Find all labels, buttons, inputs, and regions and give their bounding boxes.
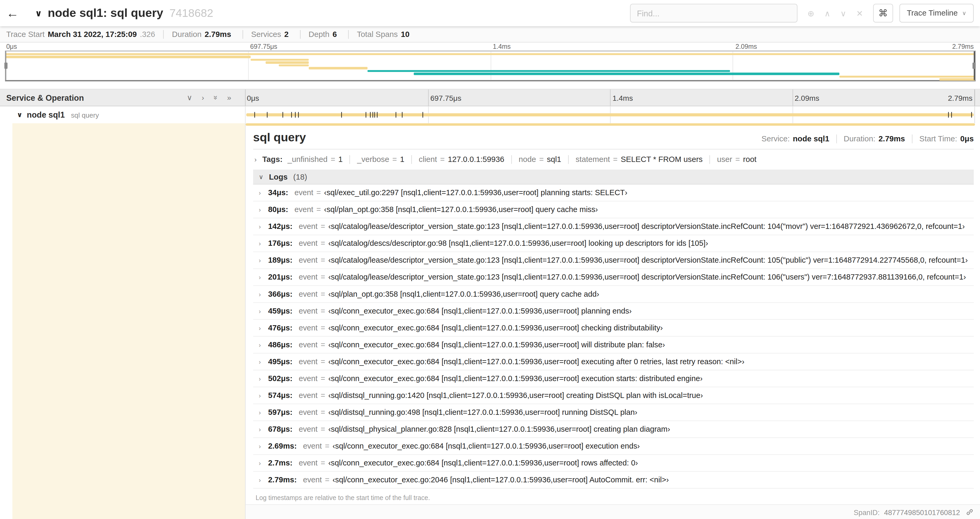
chevron-down-icon[interactable]: ∨ [259, 173, 263, 180]
log-event-tick [267, 112, 267, 118]
chevron-right-icon[interactable]: › [259, 443, 268, 450]
log-field-value: ‹sql/conn_executor_exec.go:684 [nsql1,cl… [328, 357, 745, 366]
chevron-down-icon[interactable]: ∨ [17, 111, 22, 119]
chevron-right-icon[interactable]: › [259, 206, 268, 213]
link-icon[interactable] [966, 508, 974, 516]
circle-plus-icon[interactable]: ⊕ [807, 8, 814, 18]
expand-all-icon[interactable]: » [227, 93, 231, 102]
log-row[interactable]: › 201μs: event = ‹sql/catalog/lease/desc… [253, 269, 974, 286]
tick-label: 2.09ms [735, 43, 757, 50]
summary-label: Trace Start [6, 30, 45, 38]
chevron-up-icon[interactable]: ∧ [824, 8, 830, 18]
collapse-one-icon[interactable]: ∨ [187, 93, 192, 102]
span-duration-bar[interactable] [246, 113, 974, 116]
trace-page: ← ∨ node sql1: sql query 7418682 ⊕ ∧ ∨ ✕… [0, 0, 980, 519]
minimap-span [939, 78, 975, 81]
tick-label: 1.4ms [493, 43, 511, 50]
view-dropdown-button[interactable]: Trace Timeline ∨ [899, 4, 974, 22]
chevron-right-icon[interactable]: › [259, 223, 268, 230]
chevron-right-icon[interactable]: › [259, 257, 268, 264]
log-row[interactable]: › 34μs: event = ‹sql/exec_util.go:2297 [… [253, 185, 974, 201]
log-field-key: event [299, 222, 317, 231]
log-event-tick [401, 112, 402, 118]
chevron-right-icon[interactable]: › [259, 189, 268, 196]
chevron-right-icon[interactable]: › [259, 476, 268, 484]
tags-list: _unfinished = 1 _verbose = 1 [288, 155, 757, 164]
chevron-right-icon[interactable]: › [255, 156, 257, 163]
log-row[interactable]: › 176μs: event = ‹sql/catalog/descs/desc… [253, 235, 974, 252]
chevron-right-icon[interactable]: › [259, 308, 268, 315]
log-timestamp: 2.69ms: [268, 442, 297, 450]
log-field-value: ‹sql/conn_executor_exec.go:684 [nsql1,cl… [328, 324, 663, 332]
logs-header[interactable]: ∨ Logs (18) [253, 169, 974, 185]
chevron-right-icon[interactable]: › [259, 274, 268, 281]
chevron-right-icon[interactable]: › [259, 460, 268, 466]
log-timestamp: 2.7ms: [268, 458, 293, 467]
log-row[interactable]: › 574μs: event = ‹sql/distsql_running.go… [253, 387, 974, 404]
log-row[interactable]: › 486μs: event = ‹sql/conn_executor_exec… [253, 337, 974, 353]
chevron-right-icon[interactable]: › [259, 291, 268, 297]
minimap-drag-handle-right[interactable] [974, 51, 975, 80]
log-row[interactable]: › 2.69ms: event = ‹sql/conn_executor_exe… [253, 438, 974, 455]
summary-label: Services [251, 30, 281, 38]
tag-key: client [419, 155, 437, 164]
back-button[interactable]: ← [6, 6, 25, 21]
minimap-span [309, 67, 367, 69]
tag-equals: = [331, 155, 335, 164]
log-equals: = [325, 476, 329, 484]
page-title: node sql1: sql query 7418682 [48, 6, 213, 20]
meta-label: Start Time: [920, 134, 957, 143]
keyboard-shortcuts-button[interactable]: ⌘ [873, 4, 893, 22]
log-row[interactable]: › 597μs: event = ‹sql/distsql_running.go… [253, 404, 974, 421]
trace-collapse-chevron-icon[interactable]: ∨ [35, 8, 42, 18]
log-row[interactable]: › 189μs: event = ‹sql/catalog/lease/desc… [253, 252, 974, 269]
tag-key: user [717, 155, 732, 164]
expand-one-icon[interactable]: › [202, 93, 204, 102]
log-event-tick [255, 112, 255, 118]
chevron-right-icon[interactable]: › [259, 240, 268, 247]
collapse-all-icon[interactable]: » [211, 96, 220, 100]
log-row[interactable]: › 502μs: event = ‹sql/conn_executor_exec… [253, 370, 974, 387]
log-equals: = [321, 408, 325, 417]
log-event-tick [283, 112, 283, 118]
log-row[interactable]: › 2.7ms: event = ‹sql/conn_executor_exec… [253, 455, 974, 472]
log-field-key: event [294, 188, 313, 197]
chevron-right-icon[interactable]: › [259, 392, 268, 399]
find-input[interactable] [630, 4, 798, 22]
log-row[interactable]: › 366μs: event = ‹sql/plan_opt.go:358 [n… [253, 286, 974, 303]
minimap-drag-handle-left[interactable] [6, 51, 6, 80]
chevron-right-icon[interactable]: › [259, 426, 268, 433]
tags-row[interactable]: › Tags: _unfinished = 1 _verbose [253, 150, 974, 169]
tick-label: 2.09ms [795, 94, 819, 102]
log-timestamp: 80μs: [268, 205, 288, 214]
meta-item: Duration: 2.79ms [836, 134, 905, 143]
span-row-label[interactable]: ∨ node sql1 sql query [0, 106, 245, 123]
log-row[interactable]: › 678μs: event = ‹sql/distsql_physical_p… [253, 421, 974, 438]
tag-value: 1 [338, 155, 342, 164]
log-event-tick [377, 112, 377, 118]
chevron-right-icon[interactable]: › [259, 409, 268, 416]
log-row[interactable]: › 142μs: event = ‹sql/catalog/lease/desc… [253, 218, 974, 235]
log-row[interactable]: › 459μs: event = ‹sql/conn_executor_exec… [253, 303, 974, 319]
span-operation-name: sql query [71, 111, 99, 118]
chevron-right-icon[interactable]: › [259, 375, 268, 382]
log-row[interactable]: › 2.79ms: event = ‹sql/conn_executor_exe… [253, 472, 974, 489]
minimap-canvas[interactable] [5, 51, 975, 81]
span-indent-column [0, 123, 245, 519]
tag-value: root [743, 155, 757, 164]
log-timestamp: 476μs: [268, 324, 293, 332]
chevron-right-icon[interactable]: › [259, 341, 268, 348]
log-row[interactable]: › 476μs: event = ‹sql/conn_executor_exec… [253, 319, 974, 337]
log-field-key: event [294, 205, 313, 214]
chevron-right-icon[interactable]: › [259, 358, 268, 365]
summary-value: March 31 2022, 17:25:09 [48, 30, 137, 38]
chevron-right-icon[interactable]: › [259, 324, 268, 331]
close-icon[interactable]: ✕ [856, 8, 863, 18]
summary-item: Trace Start March 31 2022, 17:25:09 .326 [6, 30, 155, 38]
log-row[interactable]: › 80μs: event = ‹sql/plan_opt.go:358 [ns… [253, 201, 974, 218]
log-row[interactable]: › 495μs: event = ‹sql/conn_executor_exec… [253, 353, 974, 370]
log-field-value: ‹sql/distsql_physical_planner.go:828 [ns… [328, 425, 670, 434]
chevron-down-icon[interactable]: ∨ [840, 8, 846, 18]
log-equals: = [321, 289, 325, 298]
log-equals: = [321, 374, 325, 383]
